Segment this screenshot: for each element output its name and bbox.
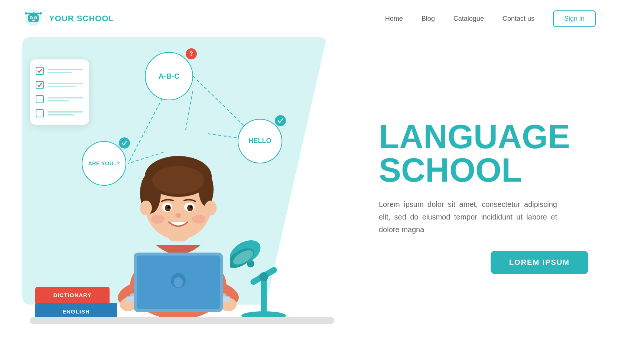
svg-point-47 [259,272,268,281]
svg-point-5 [35,17,36,19]
svg-point-36 [151,215,165,224]
nav-contact[interactable]: Contact us [502,15,534,23]
hero-description: Lorem ipsum dolor sit amet, consectetur … [379,198,557,236]
svg-point-34 [190,206,192,208]
svg-point-26 [152,166,204,194]
checklist-item-1 [36,67,83,75]
svg-point-43 [174,277,183,287]
svg-point-27 [140,201,152,215]
illustration-area: A-B-C ? HELLO ARE YOU..? [0,37,357,357]
headline: LANGUAGE SCHOOL [379,120,588,187]
book-dictionary: DICTIONARY [35,287,110,303]
checkbox-2 [36,81,44,89]
logo-text: YOUR SCHOOL [49,14,114,23]
main-nav: Home Blog Catalogue Contact us Sign in [385,10,596,27]
svg-point-33 [167,206,170,208]
nav-home[interactable]: Home [385,15,403,23]
checkbox-1 [36,67,44,75]
svg-point-37 [192,215,205,224]
checkbox-4 [36,109,44,117]
checklist-card [30,59,89,125]
checkbox-3 [36,95,44,103]
svg-rect-6 [32,20,35,21]
checklist-item-2 [36,81,83,89]
svg-point-35 [175,213,181,218]
svg-rect-45 [261,277,267,318]
hello-badge [275,115,286,126]
checklist-item-4 [36,109,83,117]
logo-icon [22,7,45,30]
checklist-item-3 [36,95,83,103]
desk-lamp [230,202,297,321]
books-stack: DICTIONARY ENGLISH [35,287,117,319]
right-content: LANGUAGE SCHOOL Lorem ipsum dolor sit am… [357,37,618,357]
nav-blog[interactable]: Blog [422,15,435,23]
logo[interactable]: YOUR SCHOOL [22,7,114,30]
svg-point-4 [30,17,32,19]
abc-badge: ? [186,48,197,59]
svg-point-28 [205,201,217,215]
desk-surface [30,317,334,324]
nav-catalogue[interactable]: Catalogue [453,15,484,23]
svg-point-9 [25,12,27,14]
svg-point-10 [40,12,42,14]
cta-button[interactable]: LOREM IPSUM [491,251,588,274]
sign-in-button[interactable]: Sign in [553,10,596,27]
bubble-abc: A-B-C ? [145,52,193,100]
